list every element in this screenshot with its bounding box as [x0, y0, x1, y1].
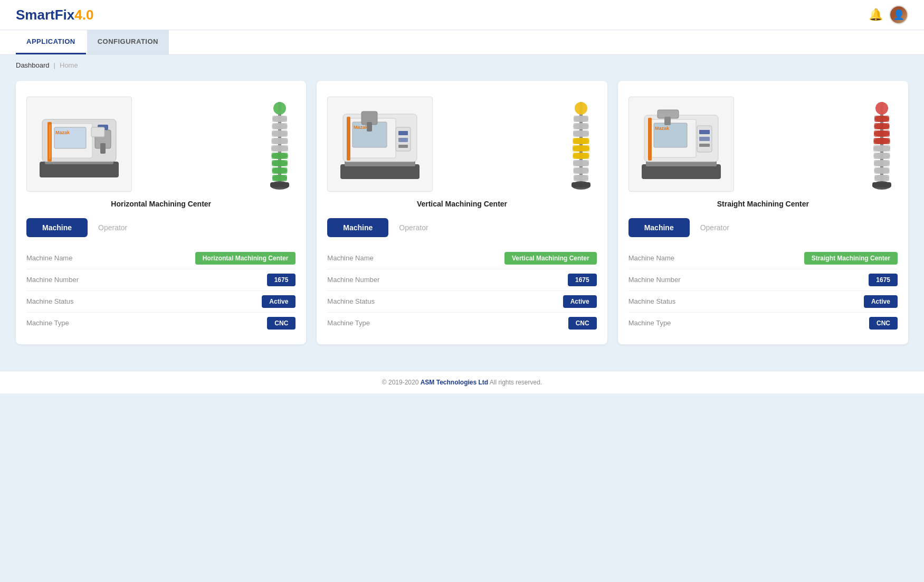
machine-status-label-smc: Machine Status — [628, 297, 676, 305]
machine-status-value-hmc: Active — [262, 295, 296, 308]
operator-tab-smc[interactable]: Operator — [690, 218, 740, 237]
tab-configuration[interactable]: CONFIGURATION — [87, 30, 169, 54]
svg-rect-62 — [573, 160, 589, 166]
breadcrumb-separator: | — [54, 61, 55, 69]
svg-rect-97 — [874, 160, 890, 166]
machine-name-row-smc: Machine Name Straight Machining Center — [628, 248, 898, 269]
machine-number-label-smc: Machine Number — [628, 276, 681, 284]
operator-tab-hmc[interactable]: Operator — [88, 218, 138, 237]
svg-rect-29 — [272, 167, 288, 174]
svg-rect-31 — [272, 175, 287, 181]
svg-rect-73 — [648, 118, 652, 161]
machine-image-area-smc: Mazak — [628, 91, 898, 192]
machine-name-row-hmc: Machine Name Horizontal Machining Center — [26, 248, 296, 269]
machine-number-row-smc: Machine Number 1675 — [628, 269, 898, 291]
machine-name-value-hmc: Horizontal Machining Center — [195, 252, 296, 265]
machine-image-vmc: Mazak — [327, 97, 433, 192]
footer: © 2019-2020 ASM Technologies Ltd All rig… — [0, 371, 924, 393]
machine-number-value-smc: 1675 — [869, 274, 898, 286]
tab-application[interactable]: APPLICATION — [16, 30, 86, 54]
machine-status-row-hmc: Machine Status Active — [26, 291, 296, 313]
machine-status-row-vmc: Machine Status Active — [327, 291, 596, 313]
svg-rect-95 — [873, 153, 890, 159]
svg-rect-52 — [573, 123, 588, 129]
svg-rect-80 — [699, 137, 710, 141]
machine-tab-hmc[interactable]: Machine — [26, 218, 88, 237]
toggle-row-smc: Machine Operator — [628, 218, 898, 237]
machine-status-row-smc: Machine Status Active — [628, 291, 898, 313]
machine-type-value-hmc: CNC — [267, 317, 296, 330]
breadcrumb-home[interactable]: Home — [60, 61, 78, 69]
svg-rect-50 — [574, 116, 588, 122]
main-content: Mazak — [0, 76, 924, 360]
breadcrumb: Dashboard | Home — [0, 55, 924, 76]
header: SmartFix4.0 🔔 👤 — [0, 0, 924, 30]
machine-type-label-hmc: Machine Type — [26, 319, 69, 327]
header-icons: 🔔 👤 — [869, 5, 908, 24]
machine-card-hmc: Mazak — [16, 81, 306, 344]
svg-rect-38 — [347, 117, 350, 161]
machine-title-hmc: Horizontal Machining Center — [26, 199, 296, 210]
svg-rect-5 — [49, 125, 51, 159]
machine-status-label-hmc: Machine Status — [26, 297, 74, 305]
svg-point-83 — [875, 102, 888, 115]
machine-number-value-vmc: 1675 — [568, 274, 597, 286]
svg-rect-25 — [272, 153, 288, 159]
svg-point-48 — [575, 102, 587, 115]
svg-rect-101 — [874, 175, 889, 181]
svg-rect-60 — [573, 153, 589, 159]
machine-type-value-smc: CNC — [869, 317, 898, 330]
footer-brand: ASM Technologies Ltd — [421, 379, 488, 386]
machine-type-row-hmc: Machine Type CNC — [26, 313, 296, 334]
svg-rect-11 — [91, 127, 104, 137]
svg-rect-99 — [874, 167, 889, 174]
machine-number-value-hmc: 1675 — [267, 274, 296, 286]
tower-light-smc — [866, 102, 898, 192]
machine-number-label-hmc: Machine Number — [26, 276, 79, 284]
machine-tab-smc[interactable]: Machine — [628, 218, 690, 237]
footer-rights: All rights reserved. — [490, 379, 542, 386]
svg-rect-8 — [100, 143, 106, 154]
logo[interactable]: SmartFix4.0 — [16, 7, 93, 23]
toggle-row-hmc: Machine Operator — [26, 218, 296, 237]
machine-name-row-vmc: Machine Name Vertical Machining Center — [327, 248, 596, 269]
nav-tabs: APPLICATION CONFIGURATION — [0, 30, 924, 55]
avatar[interactable]: 👤 — [889, 5, 908, 24]
machine-status-value-vmc: Active — [563, 295, 597, 308]
svg-rect-68 — [571, 182, 590, 187]
machine-title-vmc: Vertical Machining Center — [327, 199, 596, 210]
svg-rect-89 — [874, 130, 890, 137]
svg-rect-17 — [272, 123, 288, 129]
logo-version: 4.0 — [74, 7, 93, 23]
svg-rect-76 — [664, 117, 671, 125]
svg-text:Mazak: Mazak — [655, 126, 670, 131]
svg-rect-64 — [573, 167, 588, 174]
machine-status-label-vmc: Machine Status — [327, 297, 375, 305]
machine-type-row-smc: Machine Type CNC — [628, 313, 898, 334]
machine-number-row-vmc: Machine Number 1675 — [327, 269, 596, 291]
operator-tab-vmc[interactable]: Operator — [388, 218, 439, 237]
machine-name-value-smc: Straight Machining Center — [804, 252, 898, 265]
machine-name-label-vmc: Machine Name — [327, 254, 373, 262]
svg-rect-69 — [642, 164, 721, 179]
machine-type-label-vmc: Machine Type — [327, 319, 370, 327]
machine-card-smc: Mazak — [618, 81, 908, 344]
machine-tab-vmc[interactable]: Machine — [327, 218, 388, 237]
machine-card-vmc: Mazak — [317, 81, 607, 344]
machine-image-area-hmc: Mazak — [26, 91, 296, 192]
machine-name-label-hmc: Machine Name — [26, 254, 72, 262]
machine-image-area-vmc: Mazak — [327, 91, 596, 192]
svg-rect-46 — [398, 145, 408, 148]
tower-light-hmc — [264, 102, 296, 192]
breadcrumb-dashboard[interactable]: Dashboard — [16, 61, 50, 69]
machine-number-row-hmc: Machine Number 1675 — [26, 269, 296, 291]
notification-bell-icon[interactable]: 🔔 — [869, 8, 883, 22]
svg-rect-54 — [573, 130, 589, 137]
svg-rect-93 — [873, 145, 890, 152]
toggle-row-vmc: Machine Operator — [327, 218, 596, 237]
machine-status-value-smc: Active — [864, 295, 898, 308]
tower-light-vmc — [565, 102, 597, 192]
svg-text:Mazak: Mazak — [55, 130, 70, 135]
svg-rect-85 — [874, 116, 889, 122]
svg-rect-33 — [270, 182, 289, 187]
